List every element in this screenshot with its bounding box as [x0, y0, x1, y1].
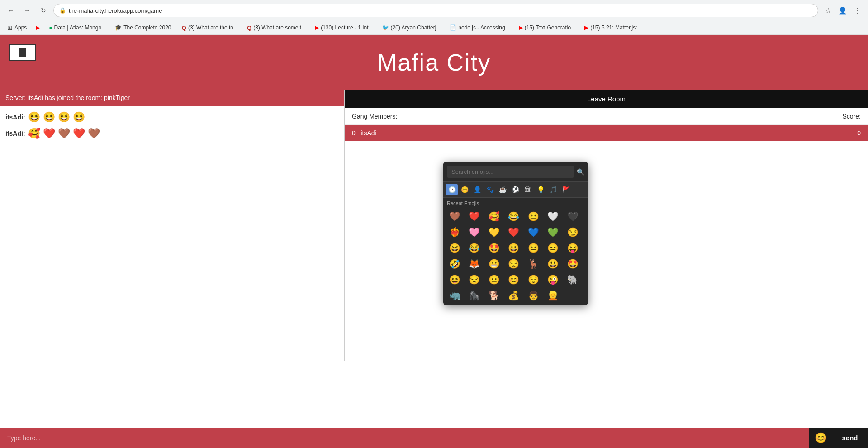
- emoji-cell[interactable]: 🐘: [565, 272, 580, 287]
- emoji-cell[interactable]: 🦌: [526, 256, 541, 272]
- category-symbols[interactable]: 🎵: [547, 184, 559, 195]
- emoji-cell[interactable]: 😐: [486, 272, 502, 287]
- emoji-cell[interactable]: 👨: [526, 288, 541, 303]
- emoji-cell[interactable]: 😂: [467, 240, 482, 256]
- emoji-search-input[interactable]: [447, 166, 574, 178]
- emoji-cell[interactable]: 🤎: [447, 209, 462, 224]
- category-animals[interactable]: 🐾: [484, 184, 496, 195]
- bookmark-quora1-label: (3) What are the to...: [188, 24, 238, 31]
- send-button[interactable]: send: [832, 428, 868, 448]
- forward-button[interactable]: →: [21, 4, 33, 17]
- emoji-cell[interactable]: 💚: [545, 224, 561, 240]
- reload-button[interactable]: ↻: [37, 4, 50, 17]
- udemy-icon: 🎓: [115, 24, 122, 31]
- emoji-cell[interactable]: 😂: [506, 209, 522, 224]
- emoji-cell[interactable]: 😊: [506, 272, 522, 287]
- browser-chrome: ← → ↻ 🔒 the-mafia-city.herokuapp.com/gam…: [0, 0, 868, 35]
- emoji-cell[interactable]: 💰: [506, 288, 522, 303]
- emoji-cell[interactable]: ❤️: [506, 224, 522, 240]
- emoji-cell[interactable]: 🤣: [447, 256, 462, 272]
- emoji-cell[interactable]: 😌: [526, 272, 541, 287]
- leave-room-button[interactable]: Leave Room: [345, 90, 868, 108]
- emoji-cell[interactable]: 😒: [467, 272, 482, 287]
- bookmark-nodejs[interactable]: 📄 node.js - Accessing...: [446, 23, 513, 32]
- category-objects[interactable]: 💡: [535, 184, 546, 195]
- category-sports[interactable]: ⚽: [509, 184, 521, 195]
- bookmark-twitter[interactable]: 🐦 (20) Aryan Chatterj...: [379, 23, 445, 32]
- emoji-cell[interactable]: ❤️: [467, 209, 482, 224]
- search-icon: 🔍: [577, 168, 584, 176]
- emoji-search-bar: 🔍: [443, 162, 588, 182]
- bookmark-twitter-label: (20) Aryan Chatterj...: [391, 24, 441, 31]
- category-flags[interactable]: 🚩: [560, 184, 572, 195]
- star-button[interactable]: ☆: [822, 4, 835, 17]
- chat-username-1: itsAdi:: [5, 114, 25, 121]
- emoji-cell[interactable]: 😝: [565, 240, 580, 256]
- bookmark-atlas[interactable]: ● Data | Atlas: Mongo...: [45, 23, 109, 32]
- emoji-cell[interactable]: 🦍: [467, 288, 482, 303]
- emoji-cell[interactable]: 🦊: [467, 256, 482, 272]
- emoji-trigger-button[interactable]: 😊: [809, 428, 832, 448]
- emoji-cell[interactable]: 🤩: [565, 256, 580, 272]
- category-travel[interactable]: 🏛: [522, 184, 534, 195]
- bookmark-quora2[interactable]: Q (3) What are some t...: [243, 23, 309, 33]
- bookmark-quora2-label: (3) What are some t...: [253, 24, 306, 31]
- emoji-cell[interactable]: 😆: [447, 240, 462, 256]
- category-people[interactable]: 👤: [471, 184, 483, 195]
- emoji-cell[interactable]: 😜: [545, 272, 561, 287]
- emoji-cell[interactable]: 🩷: [467, 224, 482, 240]
- bookmark-quora1[interactable]: Q (3) What are the to...: [178, 23, 242, 33]
- bookmark-yt1[interactable]: ▶: [32, 23, 43, 32]
- score-label: Score:: [843, 113, 861, 120]
- emoji-cell[interactable]: 😬: [486, 256, 502, 272]
- server-message: Server: itsAdi has joined the room: pink…: [0, 90, 344, 106]
- emoji-cell[interactable]: 😐: [526, 209, 541, 224]
- logo-box: [9, 44, 36, 61]
- bookmark-yt3[interactable]: ▶ (15) Text Generatio...: [515, 23, 579, 32]
- emoji-cell[interactable]: 😏: [565, 224, 580, 240]
- bookmark-yt4[interactable]: ▶ (15) 5.21: Matter.js:...: [581, 23, 645, 32]
- menu-button[interactable]: ⋮: [851, 4, 863, 17]
- chat-line-2: itsAdi: 🥰 ❤️ 🤎 ❤️ 🤎: [5, 128, 338, 139]
- emoji-cell[interactable]: 😃: [545, 256, 561, 272]
- category-smiley[interactable]: 😊: [459, 184, 470, 195]
- category-food[interactable]: ☕: [497, 184, 508, 195]
- bookmark-yt3-label: (15) Text Generatio...: [525, 24, 576, 31]
- youtube-icon-1: ▶: [36, 24, 40, 31]
- bookmarks-bar: ⊞ Apps ▶ ● Data | Atlas: Mongo... 🎓 The …: [0, 21, 868, 35]
- category-recent[interactable]: 🕐: [446, 184, 458, 195]
- emoji-cell[interactable]: ❤️‍🔥: [447, 224, 462, 240]
- emoji-cell[interactable]: 💛: [486, 224, 502, 240]
- emoji-cell[interactable]: 🐕: [486, 288, 502, 303]
- emoji-cell[interactable]: 😑: [545, 240, 561, 256]
- emoji-cell[interactable]: 😆: [447, 272, 462, 287]
- chat-username-2: itsAdi:: [5, 130, 25, 137]
- chat-panel: Server: itsAdi has joined the room: pink…: [0, 90, 345, 361]
- emoji-cell[interactable]: 😀: [506, 240, 522, 256]
- emoji-cell[interactable]: 🥰: [486, 209, 502, 224]
- bookmark-yt2-label: (130) Lecture - 1 Int...: [321, 24, 373, 31]
- emoji-cell[interactable]: 😐: [526, 240, 541, 256]
- emoji-cell[interactable]: 🤍: [545, 209, 561, 224]
- back-button[interactable]: ←: [5, 4, 17, 17]
- address-bar[interactable]: 🔒 the-mafia-city.herokuapp.com/game: [53, 4, 818, 17]
- url-text: the-mafia-city.herokuapp.com/game: [69, 7, 162, 14]
- emoji-cell[interactable]: 😒: [506, 256, 522, 272]
- emoji-cell[interactable]: 🦏: [447, 288, 462, 303]
- main-content: Server: itsAdi has joined the room: pink…: [0, 90, 868, 361]
- app-header: Mafia City: [0, 35, 868, 90]
- bookmark-apps[interactable]: ⊞ Apps: [4, 23, 30, 33]
- emoji-cell[interactable]: 💙: [526, 224, 541, 240]
- emoji-cell[interactable]: 🤩: [486, 240, 502, 256]
- recent-emojis-label: Recent Emojis: [443, 198, 588, 207]
- bookmark-udemy-label: The Complete 2020.: [123, 24, 173, 31]
- emoji-cell[interactable]: 👱: [545, 288, 561, 303]
- bookmark-atlas-label: Data | Atlas: Mongo...: [54, 24, 106, 31]
- chat-input[interactable]: [0, 428, 809, 448]
- emoji-picker: 🔍 🕐 😊 👤 🐾 ☕ ⚽ 🏛 💡 🎵 🚩 Recent Emojis 🤎❤️🥰…: [443, 162, 588, 305]
- bookmark-yt2[interactable]: ▶ (130) Lecture - 1 Int...: [311, 23, 376, 32]
- bookmark-udemy[interactable]: 🎓 The Complete 2020.: [111, 23, 176, 32]
- emoji-cell[interactable]: 🖤: [565, 209, 580, 224]
- profile-button[interactable]: 👤: [836, 4, 849, 17]
- member-rank-name: 0 itsAdi: [352, 129, 376, 137]
